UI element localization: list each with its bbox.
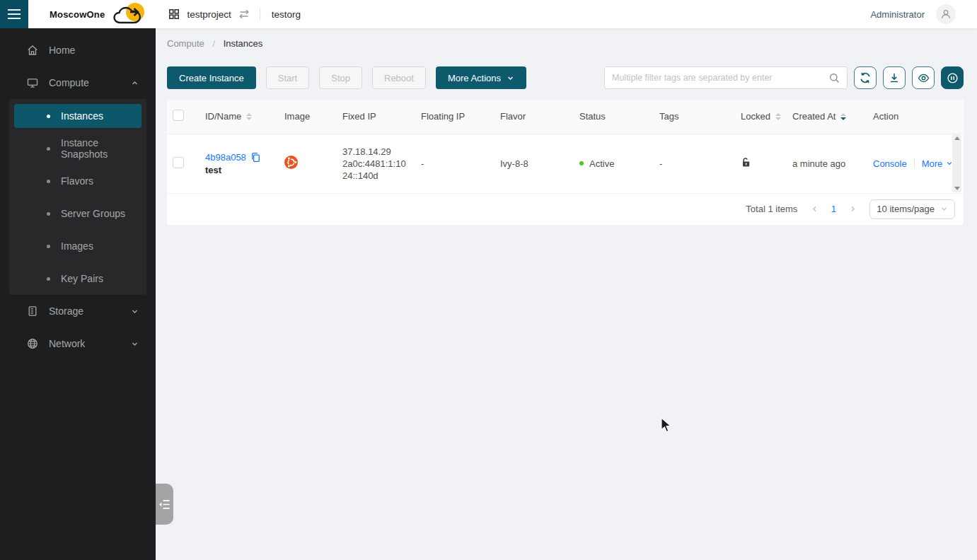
- project-name: testproject: [187, 9, 231, 20]
- sidebar-item-label: Home: [49, 45, 75, 56]
- sidebar-item-compute[interactable]: Compute: [0, 66, 156, 99]
- fixed-ip-line: 37.18.14.29: [342, 146, 410, 158]
- row-checkbox[interactable]: [173, 157, 184, 168]
- instance-name: test: [205, 165, 273, 175]
- collapse-menu-icon: [158, 499, 170, 510]
- breadcrumb: Compute / Instances: [167, 38, 964, 49]
- sidebar-item-label: Images: [61, 240, 93, 252]
- column-label: Image: [284, 111, 310, 122]
- refresh-icon: [860, 72, 871, 83]
- sidebar-item-storage[interactable]: Storage: [0, 295, 156, 327]
- sidebar-item-home[interactable]: Home: [0, 34, 156, 66]
- column-header-action: Action: [867, 100, 964, 134]
- sidebar-item-instances[interactable]: Instances: [14, 104, 141, 128]
- column-label: ID/Name: [205, 111, 241, 122]
- cloud-arrow-logo: [112, 1, 150, 27]
- sidebar-item-label: Flavors: [61, 175, 93, 187]
- sidebar-item-label: Key Pairs: [61, 273, 103, 284]
- stop-button[interactable]: Stop: [319, 66, 362, 89]
- status-label: Active: [589, 158, 614, 169]
- hamburger-icon[interactable]: [0, 0, 28, 28]
- monitor-icon: [27, 77, 38, 88]
- prev-page-button[interactable]: [806, 201, 823, 218]
- page-size-value: 10 items/page: [877, 204, 935, 214]
- pagination: Total 1 items 1 10 items/page: [167, 194, 964, 225]
- avatar[interactable]: [936, 4, 956, 24]
- search-icon[interactable]: [829, 73, 840, 83]
- sidebar-item-label: Instances: [61, 110, 103, 122]
- scroll-down-icon[interactable]: [954, 187, 960, 190]
- page-number[interactable]: 1: [826, 204, 841, 214]
- sidebar-collapse-handle[interactable]: [156, 484, 173, 525]
- column-label: Tags: [659, 111, 678, 122]
- floating-ip-cell: -: [421, 158, 424, 169]
- house-icon: [27, 45, 38, 56]
- column-header-locked[interactable]: Locked: [735, 100, 787, 134]
- column-header-status: Status: [574, 100, 654, 134]
- swap-icon[interactable]: [237, 9, 251, 19]
- page-size-select[interactable]: 10 items/page: [869, 199, 955, 219]
- button-label: More Actions: [448, 73, 501, 83]
- breadcrumb-compute[interactable]: Compute: [167, 38, 204, 49]
- sidebar-item-label: Compute: [49, 77, 89, 88]
- column-label: Status: [579, 111, 606, 122]
- status-badge: Active: [579, 158, 648, 169]
- column-header-created-at[interactable]: Created At: [787, 100, 867, 134]
- unlock-icon: [741, 157, 751, 168]
- column-label: Created At: [792, 111, 836, 122]
- table-row: 4b98a058 test: [167, 134, 964, 193]
- created-at-cell: a minute ago: [792, 158, 845, 169]
- search-input[interactable]: [612, 73, 829, 83]
- column-header-id-name[interactable]: ID/Name: [200, 100, 279, 134]
- table-scrollbar[interactable]: [952, 134, 961, 192]
- reboot-button[interactable]: Reboot: [372, 66, 426, 89]
- sidebar: Home Compute Instances Instance Snapshot…: [0, 28, 156, 560]
- sidebar-item-images[interactable]: Images: [14, 234, 141, 258]
- columns-visibility-button[interactable]: [912, 66, 935, 89]
- ubuntu-logo: [284, 156, 298, 169]
- create-instance-button[interactable]: Create Instance: [167, 66, 256, 89]
- fixed-ip-line: 2a0c:4481:1:10: [342, 158, 410, 170]
- topbar-divider: [260, 8, 260, 20]
- bullet-icon: [47, 115, 50, 118]
- sidebar-item-key-pairs[interactable]: Key Pairs: [14, 267, 141, 291]
- chevron-down-icon: [131, 340, 139, 348]
- console-link[interactable]: Console: [873, 158, 907, 169]
- column-label: Action: [873, 111, 898, 122]
- more-actions-button[interactable]: More Actions: [436, 66, 526, 89]
- chevron-up-icon: [131, 79, 139, 87]
- breadcrumb-instances: Instances: [224, 38, 263, 49]
- action-divider: [914, 158, 915, 168]
- sidebar-item-network[interactable]: Network: [0, 327, 156, 360]
- start-button[interactable]: Start: [266, 66, 309, 89]
- sidebar-item-instance-snapshots[interactable]: Instance Snapshots: [14, 136, 141, 161]
- column-header-fixed-ip: Fixed IP: [337, 100, 415, 134]
- sidebar-item-flavors[interactable]: Flavors: [14, 169, 141, 193]
- download-button[interactable]: [883, 66, 906, 89]
- table-header-row: ID/Name Image Fixed IP Floating IP Flavo…: [167, 100, 964, 134]
- sidebar-item-server-groups[interactable]: Server Groups: [14, 202, 141, 226]
- button-label: Start: [278, 73, 297, 83]
- column-header-image: Image: [279, 100, 337, 134]
- copy-icon[interactable]: [250, 152, 260, 163]
- refresh-button[interactable]: [854, 66, 877, 89]
- auto-refresh-toggle-button[interactable]: [941, 66, 964, 89]
- project-switcher[interactable]: testproject: [168, 8, 231, 20]
- bullet-icon: [47, 277, 50, 281]
- more-label: More: [922, 158, 943, 169]
- fixed-ip-cell: 37.18.14.29 2a0c:4481:1:10 24::140d: [342, 146, 410, 182]
- button-label: Create Instance: [179, 73, 244, 83]
- select-all-checkbox[interactable]: [173, 110, 184, 121]
- more-link[interactable]: More: [922, 158, 954, 169]
- column-header-flavor: Flavor: [495, 100, 574, 134]
- user-role-menu[interactable]: Administrator: [870, 9, 925, 20]
- column-header-tags: Tags: [654, 100, 735, 134]
- top-bar: MoscowOne testproject testorg Administra…: [0, 0, 977, 28]
- next-page-button[interactable]: [844, 201, 861, 218]
- fixed-ip-line: 24::140d: [342, 170, 410, 182]
- instances-table: ID/Name Image Fixed IP Floating IP Flavo…: [167, 100, 964, 194]
- column-label: Locked: [741, 111, 770, 122]
- filter-search-box[interactable]: [604, 66, 848, 89]
- instance-id-link[interactable]: 4b98a058: [205, 152, 246, 163]
- scroll-up-icon[interactable]: [954, 136, 960, 140]
